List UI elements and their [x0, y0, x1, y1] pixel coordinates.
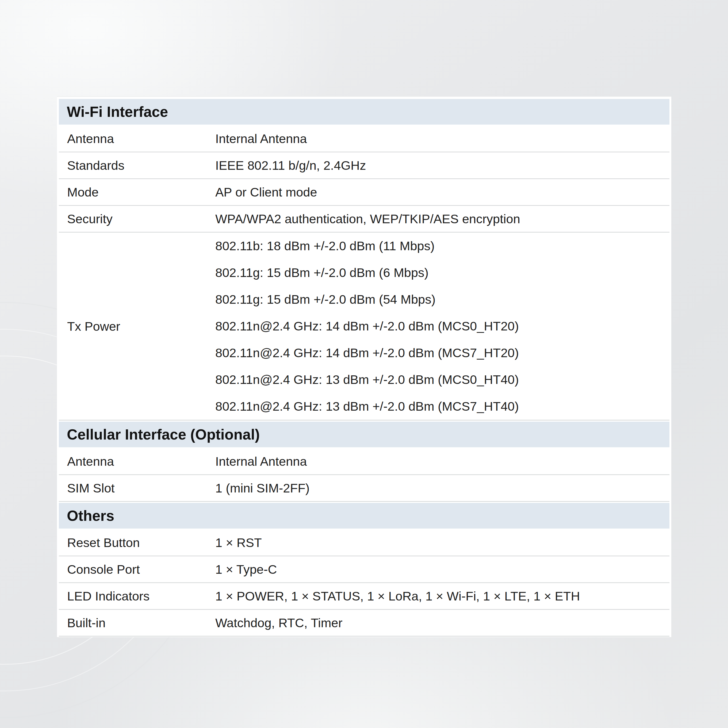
spec-label: Mode	[59, 185, 215, 199]
spec-value: 1 × Type-C	[215, 562, 670, 577]
spec-row: SIM Slot 1 (mini SIM-2FF)	[59, 475, 670, 502]
spec-value-line: 802.11b: 18 dBm +/-2.0 dBm (11 Mbps)	[215, 232, 663, 259]
spec-row: Mode AP or Client mode	[59, 179, 670, 206]
spec-label: Reset Button	[59, 535, 215, 550]
spec-value: 802.11b: 18 dBm +/-2.0 dBm (11 Mbps) 802…	[215, 232, 670, 420]
spec-row: LED Indicators 1 × POWER, 1 × STATUS, 1 …	[59, 583, 670, 610]
spec-row: Security WPA/WPA2 authentication, WEP/TK…	[59, 206, 670, 232]
spec-value-line: 802.11n@2.4 GHz: 14 dBm +/-2.0 dBm (MCS0…	[215, 313, 663, 340]
spec-row: Standards IEEE 802.11 b/g/n, 2.4GHz	[59, 152, 670, 179]
section-header-cellular-interface: Cellular Interface (Optional)	[59, 422, 670, 447]
spec-row: Built-in Watchdog, RTC, Timer	[59, 610, 670, 636]
spec-value: 1 × POWER, 1 × STATUS, 1 × LoRa, 1 × Wi-…	[215, 589, 670, 603]
spec-value-line: 802.11n@2.4 GHz: 13 dBm +/-2.0 dBm (MCS0…	[215, 366, 663, 393]
spec-label: LED Indicators	[59, 589, 215, 603]
spec-value: IEEE 802.11 b/g/n, 2.4GHz	[215, 158, 670, 173]
spec-value: Internal Antenna	[215, 454, 670, 469]
spec-value-line: 802.11n@2.4 GHz: 14 dBm +/-2.0 dBm (MCS7…	[215, 340, 663, 366]
spec-table: Wi-Fi Interface Antenna Internal Antenna…	[57, 96, 671, 637]
spec-label: Standards	[59, 158, 215, 173]
spec-label: Tx Power	[59, 319, 215, 333]
spec-value-line: 802.11n@2.4 GHz: 13 dBm +/-2.0 dBm (MCS7…	[215, 393, 663, 420]
section-title: Cellular Interface (Optional)	[67, 426, 260, 443]
page-background: Wi-Fi Interface Antenna Internal Antenna…	[0, 0, 728, 728]
spec-value: 1 × RST	[215, 535, 670, 550]
spec-label: Antenna	[59, 131, 215, 146]
spec-label: Security	[59, 211, 215, 226]
spec-row: Antenna Internal Antenna	[59, 125, 670, 152]
spec-value: AP or Client mode	[215, 185, 670, 199]
spec-value-line: 802.11g: 15 dBm +/-2.0 dBm (54 Mbps)	[215, 286, 663, 313]
section-title: Wi-Fi Interface	[67, 103, 168, 120]
spec-row-tx-power: Tx Power 802.11b: 18 dBm +/-2.0 dBm (11 …	[59, 232, 670, 421]
spec-value: WPA/WPA2 authentication, WEP/TKIP/AES en…	[215, 211, 670, 226]
spec-value-line: 802.11g: 15 dBm +/-2.0 dBm (6 Mbps)	[215, 259, 663, 286]
spec-label: SIM Slot	[59, 481, 215, 496]
section-header-wifi-interface: Wi-Fi Interface	[59, 99, 670, 125]
section-title: Others	[67, 507, 114, 524]
spec-row: Console Port 1 × Type-C	[59, 556, 670, 583]
spec-label: Antenna	[59, 454, 215, 469]
spec-value: Watchdog, RTC, Timer	[215, 615, 670, 630]
spec-value: Internal Antenna	[215, 131, 670, 146]
spec-row: Reset Button 1 × RST	[59, 530, 670, 556]
spec-label: Console Port	[59, 562, 215, 577]
section-header-others: Others	[59, 503, 670, 529]
spec-value: 1 (mini SIM-2FF)	[215, 481, 670, 496]
spec-row: Antenna Internal Antenna	[59, 448, 670, 475]
spec-label: Built-in	[59, 615, 215, 630]
